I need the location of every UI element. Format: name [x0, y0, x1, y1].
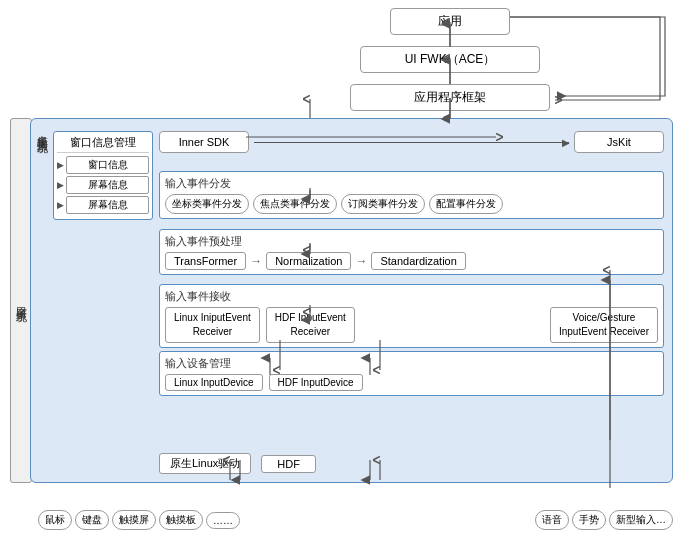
more-devices: ……	[206, 512, 240, 529]
device-title: 输入设备管理	[165, 356, 658, 371]
preprocess-items: TransFormer → Normalization → Standardiz…	[165, 252, 658, 270]
hdf-driver-box: HDF	[261, 455, 316, 473]
standardization-box: Standardization	[371, 252, 465, 270]
sdk-arrow: ▶	[254, 142, 569, 143]
left-devices: 鼠标 键盘 触摸屏 触摸板 ……	[38, 510, 240, 530]
app-label: 应用	[438, 14, 462, 28]
window-info-management-box: 窗口信息管理 ▶ 窗口信息 ▶ 屏幕信息 ▶ 屏幕信息	[53, 131, 153, 220]
dispatch-item-1: 坐标类事件分发	[165, 194, 249, 214]
window-info-box-1: 窗口信息	[66, 156, 149, 174]
uifwk-box: UI FWK（ACE）	[360, 46, 540, 73]
native-linux-driver-box: 原生Linux驱动	[159, 453, 251, 474]
keyboard-device: 键盘	[75, 510, 109, 530]
hdf-input-receiver-box: HDF InputEventReceiver	[266, 307, 355, 343]
window-info-box-2: 屏幕信息	[66, 176, 149, 194]
dispatch-title: 输入事件分发	[165, 176, 658, 191]
inner-sdk-box: Inner SDK	[159, 131, 249, 153]
gesture-device: 手势	[572, 510, 606, 530]
native-linux-driver-label: 原生Linux驱动	[170, 457, 240, 469]
dispatch-items: 坐标类事件分发 焦点类事件分发 订阅类事件分发 配置事件分发	[165, 194, 658, 214]
linux-input-receiver-box: Linux IniputEventReceiver	[165, 307, 260, 343]
touchpad-device: 触摸板	[159, 510, 203, 530]
section-preprocess: 输入事件预处理 TransFormer → Normalization → St…	[159, 229, 664, 275]
driver-row: 原生Linux驱动 HDF	[159, 453, 664, 474]
mouse-device: 鼠标	[38, 510, 72, 530]
jskit-box: JsKit	[574, 131, 664, 153]
diagram-container: 应用 UI FWK（ACE） 应用程序框架 窗口子系统 多模输入子系统 窗口信息…	[0, 0, 683, 538]
linux-input-device-box: Linux InputDevice	[165, 374, 263, 391]
dispatch-item-4: 配置事件分发	[429, 194, 503, 214]
receive-title: 输入事件接收	[165, 289, 658, 304]
jskit-label: JsKit	[607, 136, 631, 148]
right-devices: 语音 手势 新型输入…	[535, 510, 673, 530]
hdf-input-device-box: HDF InputDevice	[269, 374, 363, 391]
touchscreen-device: 触摸屏	[112, 510, 156, 530]
window-info-box-3: 屏幕信息	[66, 196, 149, 214]
main-system-text: 多模输入子系统	[37, 127, 49, 134]
normalization-box: Normalization	[266, 252, 351, 270]
transformer-box: TransFormer	[165, 252, 246, 270]
window-info-item-2: ▶ 屏幕信息	[57, 176, 149, 194]
section-dispatch: 输入事件分发 坐标类事件分发 焦点类事件分发 订阅类事件分发 配置事件分发	[159, 171, 664, 219]
arrow-1: →	[250, 254, 262, 268]
dispatch-item-3: 订阅类事件分发	[341, 194, 425, 214]
framework-box: 应用程序框架	[350, 84, 550, 111]
window-info-item-3: ▶ 屏幕信息	[57, 196, 149, 214]
hdf-driver-label: HDF	[277, 458, 300, 470]
window-info-title: 窗口信息管理	[57, 135, 149, 153]
receive-items: Linux IniputEventReceiver HDF InputEvent…	[165, 307, 658, 343]
inner-sdk-label: Inner SDK	[179, 136, 230, 148]
new-input-device: 新型输入…	[609, 510, 673, 530]
sdk-row: Inner SDK ▶ JsKit	[159, 131, 664, 153]
section-receive: 输入事件接收 Linux IniputEventReceiver HDF Inp…	[159, 284, 664, 348]
window-info-item-1: ▶ 窗口信息	[57, 156, 149, 174]
bottom-devices-row: 鼠标 键盘 触摸屏 触摸板 …… 语音 手势 新型输入…	[38, 510, 673, 530]
framework-label: 应用程序框架	[414, 90, 486, 104]
window-subsystem-bar: 窗口子系统	[10, 118, 32, 483]
window-subsystem-label: 窗口子系统	[14, 298, 29, 303]
voice-device: 语音	[535, 510, 569, 530]
arrow-2: →	[355, 254, 367, 268]
main-system-area: 多模输入子系统 窗口信息管理 ▶ 窗口信息 ▶ 屏幕信息 ▶ 屏幕信息 Inne…	[30, 118, 673, 483]
preprocess-title: 输入事件预处理	[165, 234, 658, 249]
voice-gesture-receiver-box: Voice/GestureInputEvent Receiver	[550, 307, 658, 343]
app-box: 应用	[390, 8, 510, 35]
uifwk-label: UI FWK（ACE）	[405, 52, 496, 66]
main-system-label: 多模输入子系统	[35, 127, 50, 134]
section-device: 输入设备管理 Linux InputDevice HDF InputDevice	[159, 351, 664, 396]
dispatch-item-2: 焦点类事件分发	[253, 194, 337, 214]
device-items: Linux InputDevice HDF InputDevice	[165, 374, 658, 391]
